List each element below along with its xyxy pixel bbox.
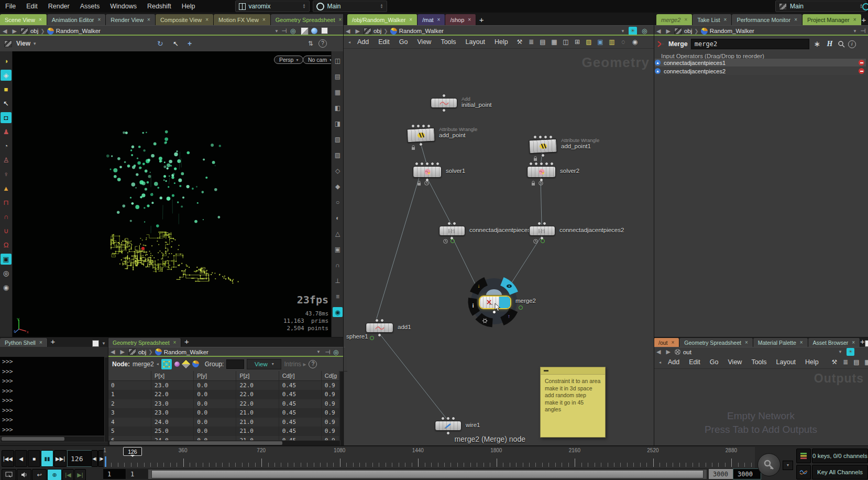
select-arrow-icon[interactable]: ↖ — [1, 98, 12, 109]
help-icon[interactable]: ? — [309, 360, 317, 368]
back-icon[interactable]: ◀ — [344, 28, 351, 35]
help-icon[interactable]: ? — [318, 39, 327, 48]
list-view-icon[interactable]: ▤ — [852, 357, 861, 367]
sticky-note-icon[interactable]: ▨ — [584, 37, 594, 47]
node-output-dot[interactable] — [446, 431, 450, 435]
sheet-column-header[interactable]: Cd[g — [322, 371, 339, 380]
forward-icon[interactable]: ▶ — [118, 348, 126, 355]
network-editor[interactable]: ◂ AddEditGoViewToolsLayoutHelp ⚒≣▤▦◫⊞▨▣▥… — [343, 36, 654, 445]
display-shaded-icon[interactable]: ▨ — [333, 150, 343, 160]
sheet-column-header[interactable]: P[y] — [194, 371, 236, 380]
group-field[interactable] — [226, 359, 244, 369]
tree-view-icon[interactable]: ≣ — [526, 37, 536, 47]
node-add1[interactable] — [366, 323, 393, 333]
node-input-dot[interactable] — [540, 162, 543, 166]
add-tab-button[interactable]: + — [862, 14, 866, 25]
intrins-dropdown[interactable]: Intrins ▸ — [284, 361, 306, 368]
close-icon[interactable]: × — [39, 17, 42, 23]
snap-magnet-icon[interactable]: Ω — [1, 239, 12, 250]
visibility-icon[interactable]: ◉ — [630, 37, 640, 47]
left-tab-scene-view[interactable]: Scene View× — [0, 14, 47, 25]
network-menu-tools[interactable]: Tools — [436, 36, 460, 48]
close-icon[interactable]: × — [147, 17, 150, 23]
current-frame-field[interactable]: 126 — [67, 450, 94, 467]
network-menu-view[interactable]: View — [413, 36, 436, 48]
sphere-display-icon[interactable]: ○ — [333, 197, 343, 207]
node-input-dot[interactable] — [550, 162, 554, 166]
display-wire-icon[interactable]: ▧ — [333, 134, 343, 144]
camera-icon[interactable]: ▣ — [1, 254, 12, 265]
node-input-dot[interactable] — [539, 135, 542, 139]
vertex-mode-icon[interactable] — [174, 362, 180, 367]
play-reverse-button[interactable]: ◀ — [15, 450, 27, 467]
path-dropdown-icon[interactable]: ▼ — [853, 29, 857, 34]
add-tab-button[interactable]: + — [181, 336, 192, 347]
display-flat-icon[interactable]: ◨ — [333, 118, 343, 128]
out-menu-go[interactable]: Go — [705, 356, 723, 368]
collapse-menu-icon[interactable]: ◂ — [659, 360, 661, 365]
node-input-dot[interactable] — [549, 135, 553, 139]
back-icon[interactable]: ◀ — [1, 28, 8, 35]
node-output-dot[interactable] — [378, 333, 381, 337]
scene-spinner[interactable]: ▲▼ — [380, 4, 383, 9]
forward-icon[interactable]: ▶ — [10, 28, 18, 35]
camera-view-icon[interactable]: ▣ — [333, 244, 343, 254]
pane-layout-icon[interactable]: ◫ — [333, 56, 343, 66]
real-time-toggle-icon[interactable]: ⊕ — [47, 469, 62, 480]
pin-icon[interactable]: ⊣ — [325, 348, 330, 356]
out-tab-geometry-spreadsheet[interactable]: Geometry Spreadsheet× — [679, 338, 753, 347]
close-icon[interactable]: × — [672, 340, 675, 345]
node-input-dot[interactable] — [533, 135, 537, 139]
undo-icon[interactable]: ↩ — [32, 469, 47, 480]
display-options-icon[interactable]: ≡ — [333, 291, 343, 301]
node-input-dot[interactable] — [446, 417, 450, 420]
stop-button[interactable]: ■ — [28, 450, 40, 467]
left-tab-motion-fx-view[interactable]: Motion FX View× — [214, 14, 271, 25]
close-icon[interactable]: × — [262, 17, 266, 23]
timeline-ruler[interactable]: 1360720108014401800216025202880126 — [103, 447, 755, 468]
target-icon[interactable] — [862, 3, 868, 10]
sheet-column-header[interactable]: Cd[r] — [279, 371, 322, 380]
console-h-scrollbar[interactable] — [0, 436, 105, 442]
node-input-dot[interactable] — [537, 222, 541, 225]
out-tab-out[interactable]: /out× — [654, 338, 679, 347]
link-target-icon[interactable]: ◎ — [333, 348, 338, 356]
close-icon[interactable]: × — [205, 17, 208, 23]
prev-keyframe-icon[interactable]: |◀ — [62, 469, 74, 480]
close-icon[interactable]: × — [853, 17, 856, 23]
persp-camera-button[interactable]: Persp▾ — [274, 56, 303, 64]
back-icon[interactable]: ◀ — [655, 28, 662, 35]
desktop-spinner[interactable]: ▲▼ — [303, 4, 306, 9]
left-tab-geometry-spreadsheet[interactable]: Geometry Spreadsheet× — [271, 14, 347, 25]
node-input-dot[interactable] — [529, 162, 533, 166]
material-shade-icon[interactable]: ◐ — [333, 213, 343, 223]
out-tab-material-palette[interactable]: Material Palette× — [753, 338, 808, 347]
menu-render[interactable]: Render — [43, 0, 75, 13]
out-menu-tools[interactable]: Tools — [746, 356, 771, 368]
node-solver1[interactable] — [413, 166, 442, 178]
sheet-column-header[interactable]: P[z] — [236, 371, 279, 380]
pin-icon[interactable]: ⊣ — [860, 27, 865, 35]
out-menu-layout[interactable]: Layout — [772, 356, 801, 368]
network-tab-mat[interactable]: /mat× — [417, 14, 445, 25]
node-solver2[interactable] — [527, 166, 556, 178]
node-input-dot[interactable] — [425, 162, 429, 166]
python-shell-output[interactable]: >>>>>>>>>>>>>>>>>>>>>>>>>>> HoudiniExprE… — [0, 357, 106, 435]
node-name-field[interactable]: merge2 — [691, 39, 809, 49]
pane-maximize-icon[interactable] — [865, 340, 868, 347]
shelf-icon[interactable]: ▥ — [607, 37, 617, 47]
auto-key-button[interactable] — [757, 453, 781, 476]
out-tab-asset-browser[interactable]: Asset Browser× — [808, 338, 861, 347]
rotate-tool-icon[interactable]: ◔ — [1, 140, 12, 151]
network-menu-go[interactable]: Go — [394, 36, 413, 48]
breadcrumb[interactable]: out — [674, 348, 691, 355]
path-dropdown-icon[interactable]: ▼ — [316, 350, 321, 354]
range-start-field[interactable]: 1 — [103, 468, 128, 479]
sticky-note[interactable]: Constraint it to an area make it in 3d s… — [540, 367, 606, 438]
pose-tool-icon[interactable]: ♟ — [1, 126, 12, 137]
node-wire1[interactable] — [435, 421, 462, 431]
right-scene-selector[interactable]: Main ▲▼ — [775, 1, 866, 12]
out-network-pane[interactable]: /out×Geometry Spreadsheet×Material Palet… — [654, 337, 868, 445]
bulb-icon[interactable]: ☀ — [847, 348, 854, 356]
close-icon[interactable]: × — [39, 340, 42, 345]
